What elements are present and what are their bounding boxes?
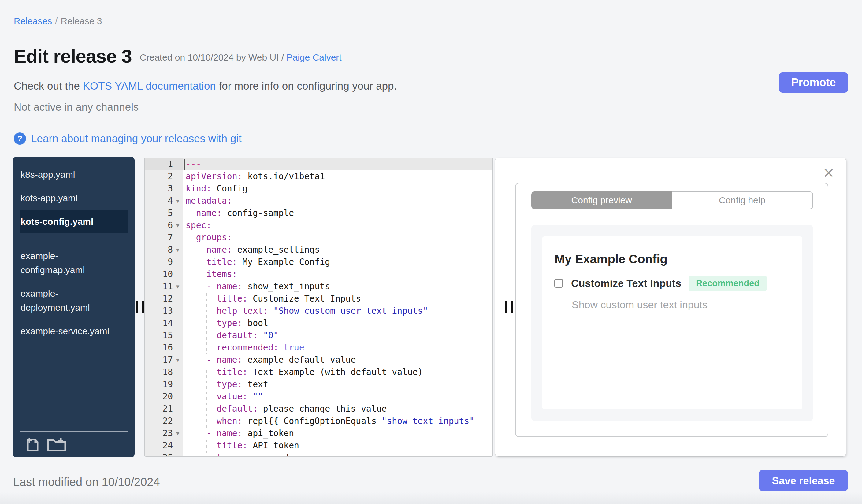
code-line-1[interactable]: 1---: [145, 158, 493, 170]
gutter-line-number: 4▼: [145, 195, 183, 207]
config-checkbox[interactable]: [554, 279, 563, 288]
code-line-16[interactable]: 16 recommended: true: [145, 342, 493, 354]
close-icon[interactable]: ×: [821, 164, 836, 180]
gutter-line-number: 3: [145, 183, 183, 195]
code-line-11[interactable]: 11▼ - name: show_text_inputs: [145, 280, 493, 293]
code-text: kind: Config: [183, 183, 247, 195]
config-preview-panel: × Config previewConfig help My Example C…: [495, 158, 846, 456]
last-modified-text: Last modified on 10/10/2024: [13, 476, 160, 489]
code-line-14[interactable]: 14 type: bool: [145, 317, 493, 329]
code-line-5[interactable]: 5 name: config-sample: [145, 207, 493, 219]
code-text: help_text: "Show custom user text inputs…: [183, 305, 428, 317]
config-card: Config previewConfig help My Example Con…: [515, 183, 828, 437]
code-line-17[interactable]: 17▼ - name: example_default_value: [145, 354, 493, 366]
code-text: spec:: [183, 219, 211, 231]
gutter-line-number: 6▼: [145, 219, 183, 231]
code-text: recommended: true: [183, 342, 304, 354]
config-group-title: My Example Config: [554, 252, 667, 266]
sidebar-file-kots-config.yaml[interactable]: kots-config.yaml: [21, 210, 128, 233]
gutter-line-number: 24: [145, 439, 183, 452]
code-line-7[interactable]: 7 groups:: [145, 231, 493, 244]
code-line-10[interactable]: 10 items:: [145, 268, 493, 280]
code-line-19[interactable]: 19 type: text: [145, 378, 493, 390]
sidebar-resize-handle[interactable]: [136, 301, 144, 313]
code-text: value: "": [183, 390, 263, 403]
fold-arrow-icon[interactable]: ▼: [173, 244, 182, 256]
code-line-2[interactable]: 2apiVersion: kots.io/v1beta1: [145, 170, 493, 183]
code-text: ---: [183, 158, 201, 170]
gutter-line-number: 8▼: [145, 244, 183, 256]
new-folder-icon[interactable]: [47, 436, 66, 452]
code-line-24[interactable]: 24 title: API token: [145, 439, 493, 452]
code-line-12[interactable]: 12 title: Customize Text Inputs: [145, 293, 493, 305]
code-line-20[interactable]: 20 value: "": [145, 390, 493, 403]
sidebar-file-kots-app.yaml[interactable]: kots-app.yaml: [21, 191, 121, 205]
config-item-label: Customize Text Inputs: [571, 277, 681, 289]
sidebar-footer: [21, 431, 128, 457]
git-help-row: ? Learn about managing your releases wit…: [14, 132, 241, 145]
promote-button[interactable]: Promote: [779, 72, 848, 93]
code-text: - name: api_token: [183, 427, 294, 439]
breadcrumb-releases-link[interactable]: Releases: [14, 16, 52, 26]
code-text: name: config-sample: [183, 207, 294, 219]
recommended-badge: Recommended: [689, 276, 767, 291]
sidebar-file-example-deployment.yaml[interactable]: example-deployment.yaml: [21, 287, 121, 315]
code-text: apiVersion: kots.io/v1beta1: [183, 170, 325, 183]
code-line-9[interactable]: 9 title: My Example Config: [145, 256, 493, 268]
code-text: default: "0": [183, 329, 278, 342]
code-line-6[interactable]: 6▼spec:: [145, 219, 493, 231]
code-line-21[interactable]: 21 default: please change this value: [145, 403, 493, 415]
sidebar-file-example-service.yaml[interactable]: example-service.yaml: [21, 324, 121, 338]
gutter-line-number: 11▼: [145, 280, 183, 293]
gutter-line-number: 22: [145, 415, 183, 427]
fold-arrow-icon[interactable]: ▼: [173, 354, 182, 366]
page-title: Edit release 3: [14, 45, 132, 67]
created-info: Created on 10/10/2024 by Web UI / Paige …: [140, 52, 342, 63]
tab-config-help[interactable]: Config help: [672, 191, 813, 209]
fold-arrow-icon[interactable]: ▼: [173, 195, 182, 207]
code-line-22[interactable]: 22 when: repl{{ ConfigOptionEquals "show…: [145, 415, 493, 427]
indent-guide: [207, 367, 207, 428]
gutter-line-number: 9: [145, 256, 183, 268]
question-icon: ?: [14, 132, 26, 145]
code-line-18[interactable]: 18 title: Text Example (with default val…: [145, 366, 493, 378]
kots-doc-link[interactable]: KOTS YAML documentation: [83, 80, 216, 92]
code-text: - name: example_default_value: [183, 354, 356, 366]
code-line-25[interactable]: 25 type: password: [145, 452, 493, 456]
code-text: default: please change this value: [183, 403, 387, 415]
breadcrumb-separator: /: [55, 16, 57, 26]
sidebar-file-k8s-app.yaml[interactable]: k8s-app.yaml: [21, 168, 121, 182]
gutter-line-number: 7: [145, 231, 183, 244]
code-line-8[interactable]: 8▼ - name: example_settings: [145, 244, 493, 256]
code-text: when: repl{{ ConfigOptionEquals "show_te…: [183, 415, 474, 427]
fold-arrow-icon[interactable]: ▼: [173, 427, 182, 439]
gutter-line-number: 19: [145, 378, 183, 390]
code-text: - name: example_settings: [183, 244, 319, 256]
config-help-text: Show custom user text inputs: [572, 299, 707, 311]
tab-config-preview[interactable]: Config preview: [531, 191, 672, 209]
sidebar-file-example-configmap.yaml[interactable]: example-configmap.yaml: [21, 249, 121, 277]
save-release-button[interactable]: Save release: [759, 470, 848, 491]
code-text: metadata:: [183, 195, 232, 207]
code-text: groups:: [183, 231, 232, 244]
panel-resize-handle[interactable]: [505, 301, 513, 313]
code-line-3[interactable]: 3kind: Config: [145, 183, 493, 195]
author-link[interactable]: Paige Calvert: [287, 52, 342, 62]
code-text: items:: [183, 268, 237, 280]
git-help-link[interactable]: Learn about managing your releases with …: [31, 132, 241, 145]
gutter-line-number: 13: [145, 305, 183, 317]
fold-arrow-icon[interactable]: ▼: [173, 219, 182, 231]
code-line-13[interactable]: 13 help_text: "Show custom user text inp…: [145, 305, 493, 317]
new-file-icon[interactable]: [26, 436, 39, 452]
indent-guide: [207, 440, 207, 456]
config-tabs: Config previewConfig help: [531, 191, 813, 209]
code-editor[interactable]: 1---2apiVersion: kots.io/v1beta13kind: C…: [144, 158, 493, 456]
code-line-4[interactable]: 4▼metadata:: [145, 195, 493, 207]
doc-info-pre: Check out the: [14, 80, 83, 92]
code-line-15[interactable]: 15 default: "0": [145, 329, 493, 342]
gutter-line-number: 23▼: [145, 427, 183, 439]
code-line-23[interactable]: 23▼ - name: api_token: [145, 427, 493, 439]
fold-arrow-icon[interactable]: ▼: [173, 280, 182, 293]
gutter-line-number: 17▼: [145, 354, 183, 366]
gutter-line-number: 15: [145, 329, 183, 342]
